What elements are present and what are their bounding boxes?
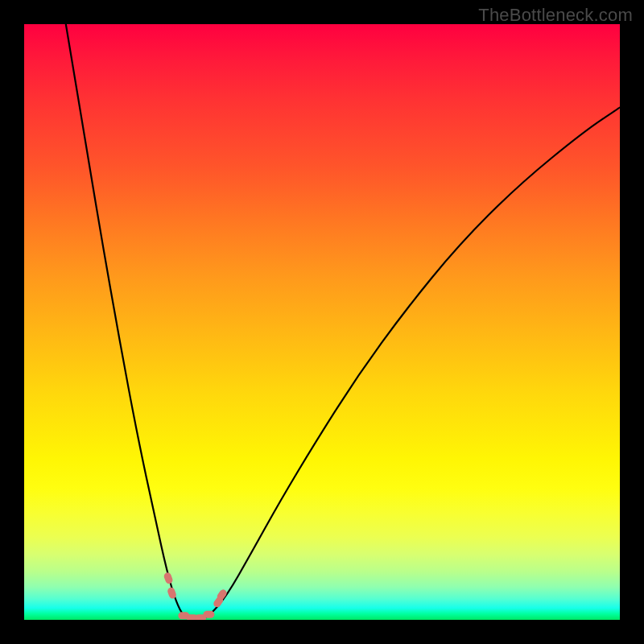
watermark-text: TheBottleneck.com xyxy=(478,5,633,26)
marker-point xyxy=(203,611,214,618)
highlight-markers xyxy=(163,572,228,620)
curve-layer xyxy=(24,24,620,620)
plot-area xyxy=(24,24,620,620)
marker-point xyxy=(163,572,173,584)
bottleneck-curve xyxy=(66,24,620,620)
chart-frame: TheBottleneck.com xyxy=(0,0,644,644)
